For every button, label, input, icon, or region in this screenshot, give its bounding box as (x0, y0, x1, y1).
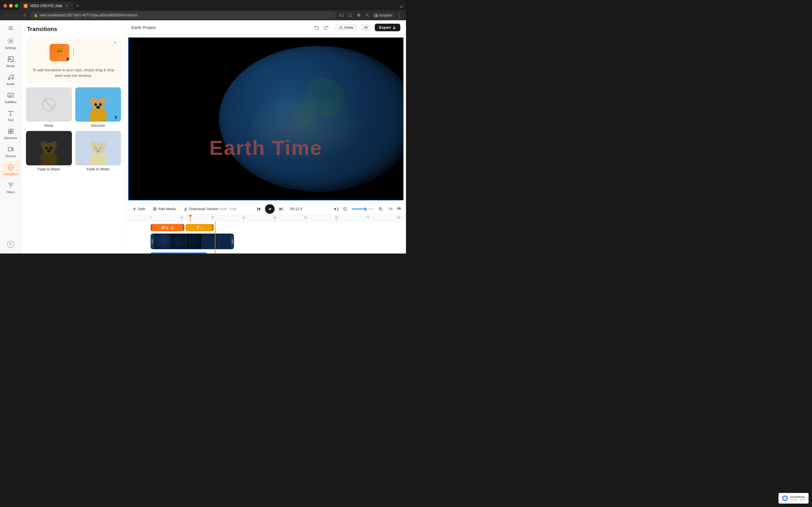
sidebar-item-record[interactable]: Record (1, 143, 20, 160)
download-range: (0:00 - 0:06) (220, 207, 237, 211)
svg-point-3 (376, 14, 377, 15)
audio-clip[interactable]: ♪ Audio epic-new-world-m... (151, 252, 207, 253)
menu-icon[interactable] (396, 12, 403, 18)
url-display: veed.io/edit/abcb1297-5a01-4d77-b2aa-a83… (40, 13, 138, 17)
hint-text: To add transitions to your clips, simply… (31, 67, 116, 78)
film-frame-4 (202, 234, 218, 249)
sidebar-transitions-label: Transitions (3, 172, 18, 176)
sidebar-item-transitions[interactable]: Transitions (1, 161, 20, 178)
add-collaborator-button[interactable] (360, 24, 372, 31)
hint-box: ✕ (26, 37, 121, 83)
earth-continents (219, 46, 403, 192)
sidebar-item-text[interactable]: Text (1, 107, 20, 124)
svg-rect-56 (282, 207, 283, 211)
address-bar[interactable]: 🔒 veed.io/edit/abcb1297-5a01-4d77-b2aa-a… (31, 11, 336, 19)
split-button[interactable]: Split (130, 206, 147, 212)
transition-fade-white-label: Fade to White (87, 167, 109, 171)
svg-point-35 (96, 106, 100, 109)
transition-none[interactable]: None (26, 87, 72, 128)
play-button[interactable] (265, 204, 274, 214)
hint-illustration: 🖱 (31, 41, 116, 64)
cast-icon[interactable] (338, 12, 345, 18)
video-clip[interactable] (151, 233, 234, 249)
skip-back-button[interactable] (255, 205, 263, 213)
download-section-button[interactable]: Download Section (0:00 - 0:06) (181, 206, 239, 212)
panel-title: Transitions (26, 26, 121, 33)
profile-icon[interactable] (364, 12, 370, 18)
title-clip[interactable]: T ... (186, 224, 214, 231)
video-clip-handle-left[interactable] (151, 234, 154, 249)
playback-controls: 00:12:5 (255, 204, 305, 214)
sidebar-media-label: Media (6, 64, 15, 68)
undo-button[interactable] (312, 23, 321, 32)
add-media-button[interactable]: Add Media (151, 206, 178, 212)
zoom-out-button[interactable] (341, 205, 349, 213)
export-button[interactable]: Export (375, 24, 400, 31)
forward-button[interactable]: → (12, 12, 19, 18)
transition-fade-black-thumbnail (26, 131, 72, 165)
audio-icon (7, 73, 15, 81)
refresh-button[interactable]: ↻ (21, 12, 28, 18)
zoom-thumb[interactable] (363, 207, 367, 211)
extensions-icon[interactable] (355, 12, 362, 18)
sidebar-item-settings[interactable]: Settings (1, 35, 20, 52)
playhead-line (190, 218, 191, 222)
transition-fade-black[interactable]: Fade to Black (26, 131, 72, 171)
zoom-in-button[interactable] (376, 205, 385, 213)
new-tab-button[interactable]: + (73, 2, 82, 10)
add-media-label: Add Media (158, 207, 175, 211)
transition-dissolve[interactable]: 🖱 Dissolve (75, 87, 121, 128)
zoom-slider[interactable] (352, 209, 374, 210)
svg-rect-61 (165, 227, 165, 228)
svg-rect-15 (11, 131, 13, 133)
browser-tab[interactable]: V VEED CREATE | Edit ✕ (19, 2, 73, 10)
video-title-overlay: Earth Time (209, 136, 322, 159)
export-label: Export (379, 25, 391, 30)
video-clip-handle-right[interactable] (231, 234, 234, 249)
transition-fade-white-thumbnail (75, 131, 121, 165)
svg-rect-8 (8, 57, 13, 62)
svg-point-32 (99, 103, 102, 106)
ruler-tick-50 (306, 219, 306, 221)
film-frame-2 (170, 234, 186, 249)
svg-point-31 (94, 103, 97, 106)
volume-button[interactable] (334, 207, 339, 212)
clip-handle-right[interactable] (183, 224, 185, 231)
sidebar: Settings Media Audio Subtitles (0, 20, 21, 253)
sidebar-item-audio[interactable]: Audio (1, 71, 20, 88)
back-button[interactable]: ← (3, 12, 10, 18)
help-button[interactable]: ? (1, 239, 20, 250)
title-clip-handle-right[interactable] (212, 224, 214, 231)
transition-dissolve-thumbnail: 🖱 (75, 87, 121, 122)
svg-point-5 (399, 15, 400, 16)
close-window-button[interactable] (3, 4, 7, 8)
toolbar-actions: Incognito (338, 12, 403, 18)
transition-fade-white[interactable]: Fade to White (75, 131, 121, 171)
invite-button[interactable]: Invite (335, 24, 357, 31)
minimize-window-button[interactable] (9, 4, 13, 8)
ruler-offset (126, 215, 151, 221)
incognito-badge[interactable]: Incognito (372, 13, 394, 18)
redo-button[interactable] (322, 23, 331, 32)
waveform-button[interactable] (396, 206, 402, 212)
ui-clip[interactable]: || ... || (151, 224, 185, 231)
film-frame-3 (186, 234, 202, 249)
sidebar-item-filters[interactable]: Filters (1, 179, 20, 196)
bookmark-icon[interactable] (347, 12, 354, 18)
skip-forward-button[interactable] (277, 205, 285, 213)
sidebar-item-subtitles[interactable]: Subtitles (1, 89, 20, 106)
svg-point-1 (366, 14, 368, 15)
tab-expand-icon[interactable] (399, 4, 404, 9)
sidebar-item-elements[interactable]: Elements (1, 125, 20, 142)
playhead-marker[interactable] (190, 215, 191, 221)
download-icon (184, 207, 188, 211)
editor-header: Earth Project Invite Export (126, 20, 406, 35)
sidebar-item-media[interactable]: Media (1, 53, 20, 70)
sidebar-menu-button[interactable] (1, 24, 20, 33)
clip-handle-left[interactable] (151, 224, 152, 231)
maximize-window-button[interactable] (15, 4, 18, 8)
title-clip-t: T (197, 226, 199, 230)
ruler-tick-30 (244, 219, 244, 221)
tab-close-button[interactable]: ✕ (64, 4, 69, 8)
fit-button[interactable]: Fit (387, 207, 394, 212)
